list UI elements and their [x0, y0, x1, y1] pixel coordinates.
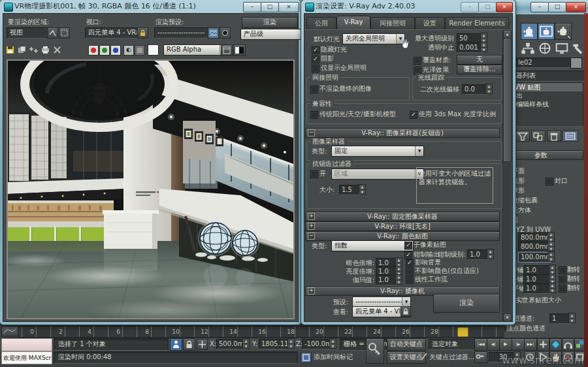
- width-field[interactable]: 800.0mm: [518, 242, 551, 252]
- width-spinner[interactable]: [547, 241, 555, 251]
- dont-affect-colors-checkbox[interactable]: [406, 268, 414, 276]
- vfb-minimize-button[interactable]: –: [243, 2, 261, 12]
- channel-display-button[interactable]: [29, 45, 39, 55]
- key-filters-button[interactable]: 关键点过滤器...: [429, 353, 475, 361]
- legacy-sun-checkbox[interactable]: [310, 111, 318, 119]
- y-coord-field[interactable]: 1805.11mm: [259, 339, 291, 349]
- maxscript-listener-pink[interactable]: [1, 338, 52, 351]
- vfb-render-button[interactable]: 渲染: [242, 17, 298, 28]
- go-to-start-button[interactable]: |◀◀: [474, 338, 487, 351]
- set-key-big-button[interactable]: [366, 338, 384, 364]
- key-mode-toggle-button[interactable]: [474, 351, 487, 363]
- z-coord-spinner[interactable]: [329, 338, 336, 349]
- gamma-spinner[interactable]: [395, 274, 402, 285]
- w-tile-field[interactable]: 1.0: [523, 283, 552, 294]
- blue-channel-button[interactable]: [110, 45, 121, 56]
- clamp-output-checkbox[interactable]: [404, 251, 412, 259]
- preview-toggle-button[interactable]: [233, 44, 246, 56]
- cap-checkbox[interactable]: [546, 178, 553, 185]
- add-time-tag-text[interactable]: 添加时间标记: [314, 353, 353, 361]
- dialog-close-button[interactable]: ×: [496, 2, 513, 12]
- viewport-lock-button[interactable]: [137, 27, 148, 39]
- set-key-button[interactable]: 设置关键点: [387, 351, 426, 364]
- go-to-end-button[interactable]: ▶▶|: [524, 338, 537, 351]
- auto-region-button[interactable]: [59, 27, 70, 39]
- edit-region-button[interactable]: [47, 27, 58, 39]
- rollout-environment[interactable]: +V-Ray:: 环境[无名]: [305, 221, 500, 231]
- mini-curve-editor-button[interactable]: [1, 327, 18, 336]
- sampler-type-dropdown[interactable]: 固定: [331, 146, 424, 157]
- orbit-subobject-button[interactable]: [562, 338, 574, 351]
- secondary-bias-spinner[interactable]: [485, 84, 493, 94]
- tab-utilities[interactable]: [572, 42, 585, 55]
- photometric-scale-checkbox[interactable]: [410, 111, 417, 119]
- x-coord-spinner[interactable]: [242, 338, 250, 349]
- tab-vray[interactable]: V-Ray: [336, 16, 370, 30]
- rendered-frame-window[interactable]: VR物理摄影机001, 帧 30, RGBA 颜色 16 位/通道 (1:1) …: [0, 0, 301, 325]
- save-image-button[interactable]: [5, 45, 15, 55]
- clone-window-button[interactable]: [17, 45, 27, 55]
- height-spinner[interactable]: [547, 251, 555, 262]
- tab-hierarchy[interactable]: [521, 42, 535, 55]
- u-flip-checkbox[interactable]: [559, 266, 566, 274]
- channel-select-dropdown[interactable]: RGB Alpha: [163, 44, 229, 56]
- next-frame-button[interactable]: |▶: [512, 338, 525, 351]
- zoom-extents-selected-button[interactable]: [549, 338, 562, 351]
- tab-settings[interactable]: 设置: [415, 17, 445, 30]
- tab-render-elements[interactable]: Render Elements: [445, 17, 509, 30]
- vfb-close-button[interactable]: ×: [278, 2, 299, 12]
- isolate-selection-button[interactable]: [170, 338, 182, 351]
- cm-type-dropdown[interactable]: 指数: [331, 240, 414, 251]
- tab-indirect-illumination[interactable]: 间接照明: [370, 17, 415, 30]
- view-lock-button[interactable]: [400, 306, 411, 317]
- dialog-scrollbar[interactable]: ▲ ▼: [502, 30, 512, 321]
- height-field[interactable]: 100.0mm: [518, 252, 551, 263]
- subpixel-checkbox[interactable]: [404, 242, 412, 249]
- scrollbar-thumb[interactable]: [503, 38, 512, 162]
- default-lights-dropdown[interactable]: 关闭全局照明: [342, 33, 405, 44]
- alpha-channel-button[interactable]: ◐: [123, 45, 134, 56]
- map-channel-spinner[interactable]: [568, 313, 576, 323]
- auto-key-button[interactable]: 自动关键点: [387, 338, 426, 351]
- render-options-button[interactable]: [220, 27, 231, 39]
- show-end-result-button[interactable]: [515, 131, 530, 142]
- environment-button[interactable]: [208, 27, 219, 39]
- clamp-level-spinner[interactable]: [487, 249, 494, 259]
- max-close-button[interactable]: ×: [566, 2, 586, 12]
- red-channel-button[interactable]: [88, 45, 99, 56]
- clear-image-button[interactable]: [52, 45, 62, 55]
- max-minimize-button[interactable]: –: [531, 2, 549, 12]
- play-button[interactable]: ▶: [499, 338, 512, 351]
- scrollbar-down-arrow[interactable]: ▼: [503, 313, 512, 322]
- rollout-color-mapping[interactable]: −V-Ray:: 颜色贴图: [305, 231, 500, 241]
- hidden-lights-checkbox[interactable]: [312, 46, 319, 54]
- make-unique-button[interactable]: [531, 131, 546, 142]
- previous-frame-button[interactable]: ◀|: [487, 338, 500, 351]
- absolute-mode-button[interactable]: [197, 339, 208, 350]
- render-setup-button[interactable]: [521, 23, 538, 40]
- override-mtl-none-button[interactable]: 无: [457, 55, 502, 65]
- override-exclude-button[interactable]: 覆盖排除...: [457, 65, 502, 74]
- aa-on-checkbox[interactable]: [310, 170, 318, 178]
- max-maximize-button[interactable]: □: [548, 2, 566, 12]
- linear-workflow-checkbox[interactable]: [406, 276, 414, 284]
- tab-display[interactable]: [555, 42, 569, 55]
- rollout-image-sampler[interactable]: −V-Ray:: 图像采样器(反锯齿): [305, 128, 500, 138]
- w-tile-spinner[interactable]: [549, 283, 556, 293]
- time-ruler[interactable]: 0 2 4 6 8 10 12 14 16 18 20 22 24 26 28 …: [18, 326, 504, 338]
- dont-render-final-checkbox[interactable]: [310, 86, 318, 93]
- dialog-maximize-button[interactable]: □: [478, 2, 497, 12]
- shadows-checkbox[interactable]: [312, 56, 319, 63]
- aa-filter-dropdown[interactable]: 区域: [331, 168, 424, 180]
- rendered-frame-window-button[interactable]: [538, 23, 555, 40]
- zoom-extents-button[interactable]: [537, 338, 549, 351]
- y-coord-spinner[interactable]: [287, 338, 295, 349]
- render-quality-dropdown[interactable]: 产品级: [240, 29, 310, 40]
- selection-lock-button[interactable]: [183, 338, 195, 351]
- dialog-minimize-button[interactable]: –: [461, 2, 479, 12]
- time-slider-marker[interactable]: [457, 327, 468, 337]
- print-image-button[interactable]: [41, 45, 50, 55]
- layers-dialog-button[interactable]: [221, 44, 233, 56]
- v-flip-checkbox[interactable]: [559, 276, 566, 283]
- affect-background-checkbox[interactable]: [406, 259, 414, 267]
